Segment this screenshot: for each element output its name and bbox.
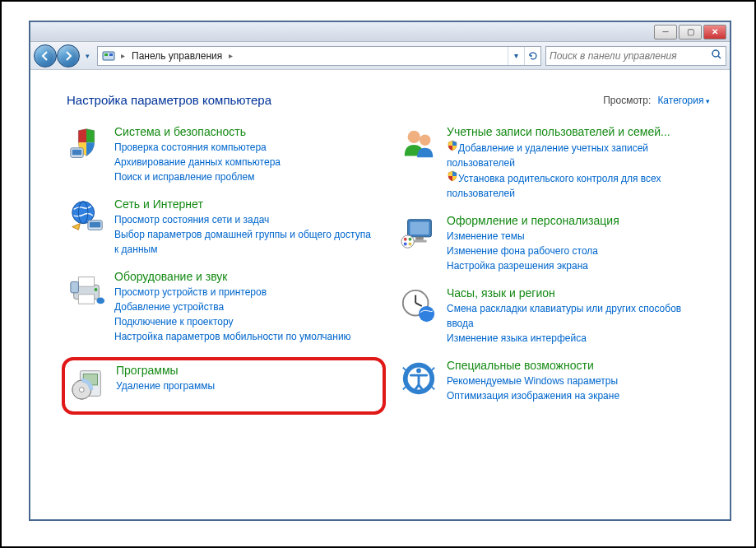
breadcrumb-separator[interactable]: ▸ bbox=[227, 51, 234, 60]
category-link[interactable]: Оптимизация изображения на экране bbox=[447, 388, 710, 403]
minimize-button[interactable]: ─ bbox=[654, 25, 677, 39]
category-link[interactable]: Просмотр состояния сети и задач bbox=[114, 212, 378, 227]
svg-rect-14 bbox=[78, 295, 94, 304]
svg-rect-1 bbox=[104, 53, 108, 56]
category-appearance: Оформление и персонализацияИзменение тем… bbox=[399, 214, 710, 273]
category-links: Просмотр устройств и принтеровДобавление… bbox=[114, 285, 378, 344]
svg-rect-16 bbox=[71, 281, 79, 292]
search-box[interactable] bbox=[545, 46, 726, 66]
address-dropdown[interactable]: ▾ bbox=[508, 47, 524, 65]
arrow-left-icon bbox=[39, 50, 51, 62]
category-link[interactable]: Проверка состояния компьютера bbox=[114, 140, 378, 155]
printer-icon bbox=[67, 270, 106, 309]
category-links: Смена раскладки клавиатуры или других сп… bbox=[447, 301, 710, 346]
link-text: Добавление и удаление учетных записей по… bbox=[447, 142, 648, 169]
svg-rect-2 bbox=[109, 53, 113, 56]
clock-globe-icon bbox=[399, 286, 438, 326]
category-link[interactable]: Добавление устройства bbox=[114, 300, 378, 314]
back-button[interactable] bbox=[34, 44, 57, 67]
breadcrumb[interactable]: Панель управления bbox=[127, 50, 227, 62]
globe-net-icon bbox=[67, 197, 106, 237]
svg-point-40 bbox=[416, 369, 421, 374]
category-system: Система и безопасностьПроверка состояния… bbox=[67, 125, 378, 184]
shield-pc-icon bbox=[67, 125, 106, 165]
category-link[interactable]: Просмотр устройств и принтеров bbox=[114, 285, 378, 300]
category-link[interactable]: Смена раскладки клавиатуры или других сп… bbox=[447, 301, 710, 331]
disc-box-icon bbox=[68, 364, 108, 403]
category-users: Учетные записи пользователей и семей...Д… bbox=[399, 125, 710, 201]
svg-point-22 bbox=[79, 388, 84, 392]
category-title[interactable]: Часы, язык и регион bbox=[447, 286, 710, 300]
svg-rect-26 bbox=[410, 222, 429, 235]
category-body: Оформление и персонализацияИзменение тем… bbox=[447, 214, 710, 273]
ease-access-icon bbox=[399, 359, 438, 398]
category-clock: Часы, язык и регионСмена раскладки клави… bbox=[399, 286, 710, 346]
category-title[interactable]: Программы bbox=[116, 364, 371, 377]
view-label: Просмотр: bbox=[603, 95, 651, 106]
category-link[interactable]: Поиск и исправление проблем bbox=[114, 170, 378, 184]
category-link[interactable]: Добавление и удаление учетных записей по… bbox=[447, 140, 710, 170]
svg-point-15 bbox=[95, 288, 98, 291]
category-network: Сеть и ИнтернетПросмотр состояния сети и… bbox=[67, 197, 378, 257]
svg-point-3 bbox=[712, 50, 719, 57]
category-body: ПрограммыУдаление программы bbox=[116, 364, 371, 403]
category-link[interactable]: Подключение к проектору bbox=[114, 314, 378, 329]
view-dropdown[interactable]: Категория bbox=[657, 95, 710, 106]
refresh-button[interactable] bbox=[524, 47, 540, 65]
recent-dropdown[interactable]: ▾ bbox=[81, 44, 93, 67]
category-links: Удаление программы bbox=[116, 378, 371, 393]
category-link[interactable]: Выбор параметров домашней группы и общег… bbox=[114, 227, 378, 257]
page-title: Настройка параметров компьютера bbox=[67, 93, 271, 107]
address-bar[interactable]: ▸ Панель управления ▸ ▾ bbox=[97, 46, 541, 66]
category-title[interactable]: Учетные записи пользователей и семей... bbox=[447, 125, 710, 138]
category-title[interactable]: Оформление и персонализация bbox=[447, 214, 710, 227]
category-link[interactable]: Установка родительского контроля для все… bbox=[447, 170, 710, 201]
link-text: Установка родительского контроля для все… bbox=[447, 173, 661, 199]
svg-point-30 bbox=[404, 238, 407, 241]
right-column: Учетные записи пользователей и семей...Д… bbox=[399, 125, 710, 416]
search-input[interactable] bbox=[550, 50, 711, 62]
category-links: Рекомендуемые Windows параметрыОптимизац… bbox=[447, 374, 710, 403]
maximize-button[interactable]: ▢ bbox=[679, 25, 702, 39]
close-button[interactable]: ✕ bbox=[703, 25, 726, 39]
content-area: Настройка параметров компьютера Просмотр… bbox=[30, 70, 730, 519]
category-link[interactable]: Настройка разрешения экрана bbox=[447, 258, 710, 273]
uac-shield-icon bbox=[447, 142, 458, 154]
search-icon[interactable] bbox=[711, 49, 722, 63]
category-links: Просмотр состояния сети и задачВыбор пар… bbox=[114, 212, 378, 257]
svg-point-24 bbox=[420, 135, 430, 146]
category-link[interactable]: Удаление программы bbox=[116, 378, 371, 393]
control-panel-icon bbox=[100, 49, 117, 63]
svg-line-4 bbox=[718, 56, 721, 58]
category-body: Оборудование и звукПросмотр устройств и … bbox=[114, 270, 378, 344]
category-title[interactable]: Система и безопасность bbox=[114, 125, 378, 138]
category-links: Изменение темыИзменение фона рабочего ст… bbox=[447, 229, 710, 273]
svg-rect-13 bbox=[78, 277, 94, 287]
uac-shield-icon bbox=[447, 173, 458, 184]
category-body: Сеть и ИнтернетПросмотр состояния сети и… bbox=[114, 197, 378, 257]
category-programs: ПрограммыУдаление программы bbox=[62, 357, 386, 415]
category-body: Система и безопасностьПроверка состояния… bbox=[114, 125, 378, 184]
category-title[interactable]: Специальные возможности bbox=[447, 359, 710, 372]
svg-rect-11 bbox=[90, 222, 100, 228]
category-link[interactable]: Изменение темы bbox=[447, 229, 710, 244]
svg-point-31 bbox=[409, 238, 412, 241]
svg-point-32 bbox=[404, 243, 407, 246]
category-link[interactable]: Изменение фона рабочего стола bbox=[447, 244, 710, 258]
category-link[interactable]: Настройка параметров мобильности по умол… bbox=[114, 329, 378, 344]
category-title[interactable]: Сеть и Интернет bbox=[114, 197, 378, 211]
category-links: Проверка состояния компьютераАрхивирован… bbox=[114, 140, 378, 184]
breadcrumb-separator: ▸ bbox=[119, 51, 127, 60]
category-body: Учетные записи пользователей и семей...Д… bbox=[447, 125, 710, 201]
arrow-right-icon bbox=[63, 50, 74, 62]
svg-point-33 bbox=[409, 243, 412, 246]
refresh-icon bbox=[528, 51, 538, 61]
svg-point-23 bbox=[408, 131, 420, 143]
svg-point-29 bbox=[401, 235, 414, 248]
category-link[interactable]: Рекомендуемые Windows параметры bbox=[447, 374, 710, 388]
category-link[interactable]: Архивирование данных компьютера bbox=[114, 155, 378, 170]
svg-point-17 bbox=[96, 298, 104, 304]
forward-button[interactable] bbox=[57, 44, 80, 67]
category-link[interactable]: Изменение языка интерфейса bbox=[447, 331, 710, 346]
category-title[interactable]: Оборудование и звук bbox=[114, 270, 378, 283]
